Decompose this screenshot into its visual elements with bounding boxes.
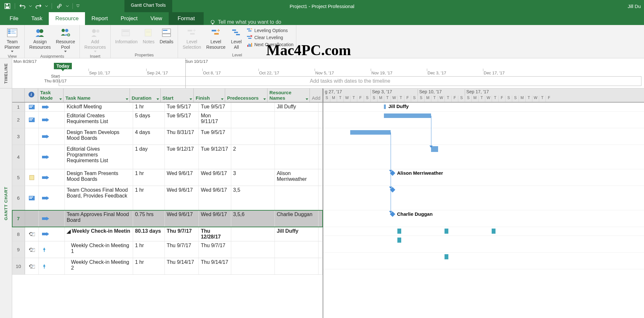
- timeline-sidebar-label[interactable]: TIMELINE: [0, 58, 12, 88]
- save-icon[interactable]: [3, 2, 12, 10]
- cell-finish[interactable]: Thu 12/28/17: [199, 227, 231, 241]
- cell-predecessors[interactable]: [231, 112, 275, 128]
- cell-duration[interactable]: 80.13 days: [133, 227, 165, 241]
- cell-start[interactable]: Thu 8/31/17: [165, 128, 199, 145]
- table-row[interactable]: 9Weekly Check-in Meeting 11 hrThu 9/7/17…: [12, 241, 323, 258]
- cell-resources[interactable]: [275, 186, 318, 210]
- tab-format[interactable]: Format: [169, 12, 204, 25]
- col-start[interactable]: Start: [161, 88, 194, 102]
- row-mode-icon[interactable]: [39, 128, 65, 145]
- row-number[interactable]: 5: [12, 169, 25, 186]
- cell-add[interactable]: [318, 186, 323, 210]
- table-row[interactable]: 10Weekly Check-in Meeting 21 hrThu 9/14/…: [12, 258, 323, 275]
- gantt-bar-label[interactable]: Charlie Duggan: [397, 211, 433, 217]
- gantt-bar[interactable]: [384, 105, 386, 109]
- tell-me-search[interactable]: Tell me what you want to do: [204, 19, 287, 25]
- level-resource-button[interactable]: Level Resource: [204, 26, 227, 51]
- cell-resources[interactable]: [275, 258, 318, 274]
- cell-add[interactable]: [318, 169, 323, 186]
- cell-resources[interactable]: [275, 128, 318, 145]
- cell-resources[interactable]: [275, 241, 318, 258]
- cell-task-name[interactable]: Design Team Develops Mood Boards: [65, 128, 133, 145]
- row-mode-icon[interactable]: [39, 241, 65, 258]
- cell-add[interactable]: [318, 112, 323, 128]
- cell-resources[interactable]: [275, 145, 318, 169]
- cell-add[interactable]: [318, 210, 323, 227]
- clear-leveling-button[interactable]: Clear Leveling: [247, 35, 293, 40]
- cell-predecessors[interactable]: 3,5: [231, 186, 275, 210]
- cell-start[interactable]: Wed 9/6/17: [165, 186, 199, 210]
- tab-project[interactable]: Project: [114, 12, 144, 25]
- cell-task-name[interactable]: Editorial Creates Requirements List: [65, 112, 133, 128]
- cell-duration[interactable]: 1 day: [133, 145, 165, 169]
- cell-duration[interactable]: 1 hr: [133, 169, 165, 186]
- cell-predecessors[interactable]: [231, 227, 275, 241]
- cell-finish[interactable]: Thu 9/7/17: [199, 241, 231, 258]
- row-number[interactable]: 7: [12, 210, 25, 227]
- table-row[interactable]: 6Team Chooses Final Mood Board, Provides…: [12, 186, 323, 210]
- col-rownum[interactable]: [12, 88, 25, 102]
- undo-icon[interactable]: [18, 2, 27, 10]
- cell-resources[interactable]: Jill Duffy: [275, 103, 318, 111]
- row-mode-icon[interactable]: [39, 258, 65, 274]
- row-number[interactable]: 10: [12, 258, 25, 274]
- cell-finish[interactable]: Tue 9/5/17: [199, 103, 231, 111]
- cell-predecessors[interactable]: [231, 258, 275, 274]
- row-number[interactable]: 6: [12, 186, 25, 210]
- cell-finish[interactable]: Thu 9/14/17: [199, 258, 231, 274]
- row-mode-icon[interactable]: [39, 186, 65, 210]
- gantt-bar-label[interactable]: Alison Merriweather: [397, 170, 443, 176]
- details-button[interactable]: Details: [158, 26, 175, 45]
- cell-start[interactable]: Tue 9/12/17: [165, 145, 199, 169]
- level-all-button[interactable]: Level All: [229, 26, 244, 51]
- assign-resources-button[interactable]: Assign Resources: [27, 26, 53, 51]
- cell-duration[interactable]: 4 days: [133, 128, 165, 145]
- table-row[interactable]: 5Design Team Presents Mood Boards1 hrWed…: [12, 169, 323, 186]
- cell-task-name[interactable]: Editorial Gives Programmers Requirements…: [65, 145, 133, 169]
- cell-predecessors[interactable]: 2: [231, 145, 275, 169]
- row-mode-icon[interactable]: [39, 210, 65, 227]
- timeline-add-placeholder[interactable]: Add tasks with dates to the timeline: [59, 76, 641, 86]
- cell-finish[interactable]: Wed 9/6/17: [199, 169, 231, 186]
- table-row[interactable]: 8◢Weekly Check-in Meetin80.13 daysThu 9/…: [12, 227, 323, 241]
- link-icon[interactable]: [55, 2, 64, 10]
- col-predecessors[interactable]: Predecessors: [225, 88, 267, 102]
- cell-predecessors[interactable]: 3: [231, 169, 275, 186]
- cell-start[interactable]: Tue 9/5/17: [165, 103, 199, 111]
- leveling-options-button[interactable]: Leveling Options: [247, 28, 293, 33]
- tab-file[interactable]: File: [3, 12, 25, 25]
- cell-add[interactable]: [318, 128, 323, 145]
- redo-dropdown-icon[interactable]: [45, 2, 48, 10]
- cell-add[interactable]: [318, 241, 323, 258]
- row-number[interactable]: 8: [12, 227, 25, 241]
- col-finish[interactable]: Finish: [194, 88, 225, 102]
- tab-task[interactable]: Task: [25, 12, 49, 25]
- cell-finish[interactable]: Mon 9/11/17: [199, 112, 231, 128]
- cell-start[interactable]: Thu 9/14/17: [165, 258, 199, 274]
- table-row[interactable]: 1Kickoff Meeting1 hrTue 9/5/17Tue 9/5/17…: [12, 103, 323, 112]
- redo-icon[interactable]: [34, 2, 43, 10]
- cell-task-name[interactable]: Team Approves Final Mood Board: [65, 210, 133, 227]
- cell-duration[interactable]: 5 days: [133, 112, 165, 128]
- cell-resources[interactable]: [275, 112, 318, 128]
- cell-start[interactable]: Tue 9/5/17: [165, 112, 199, 128]
- cell-duration[interactable]: 1 hr: [133, 241, 165, 258]
- cell-add[interactable]: [318, 258, 323, 274]
- cell-start[interactable]: Thu 9/7/17: [165, 227, 199, 241]
- tab-report[interactable]: Report: [85, 12, 114, 25]
- cell-resources[interactable]: Alison Merriweather: [275, 169, 318, 186]
- cell-finish[interactable]: Tue 9/5/17: [199, 128, 231, 145]
- row-mode-icon[interactable]: [39, 103, 65, 111]
- table-row[interactable]: 4Editorial Gives Programmers Requirement…: [12, 145, 323, 169]
- cell-resources[interactable]: Charlie Duggan: [275, 210, 318, 227]
- cell-predecessors[interactable]: [231, 103, 275, 111]
- col-info[interactable]: i: [25, 88, 38, 102]
- row-number[interactable]: 9: [12, 241, 25, 258]
- cell-add[interactable]: [318, 145, 323, 169]
- cell-predecessors[interactable]: [231, 241, 275, 258]
- gantt-chart-canvas[interactable]: g 27, '17Sep 3, '17Sep 10, '17Sep 17, '1…: [323, 88, 644, 318]
- qat-customize-icon[interactable]: [76, 2, 80, 10]
- cell-start[interactable]: Wed 9/6/17: [165, 169, 199, 186]
- row-mode-icon[interactable]: [39, 145, 65, 169]
- gantt-bar[interactable]: [384, 113, 431, 118]
